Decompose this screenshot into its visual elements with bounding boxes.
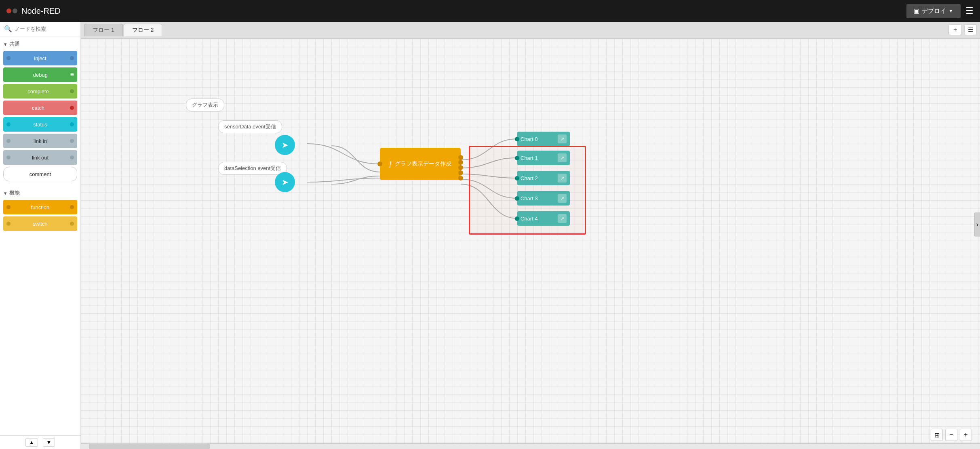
function-node-main[interactable]: f グラフ表示データ作成	[380, 148, 461, 180]
chevron-down-icon: ▾	[4, 41, 7, 47]
comment-node-selection[interactable]: dataSelection event受信	[218, 162, 287, 175]
sidebar-nodes-common: inject debug ≡ complete	[0, 49, 80, 183]
sidebar-down-btn[interactable]: ▼	[43, 438, 55, 447]
inject-node-bottom[interactable]: ➤	[275, 172, 295, 192]
deploy-button[interactable]: ▣ デプロイ ▼	[906, 4, 961, 18]
chart2-label: Chart 2	[521, 175, 538, 181]
app-title: Node-RED	[21, 6, 61, 16]
complete-label: complete	[6, 88, 70, 94]
tab-flow1[interactable]: フロー 1	[84, 24, 123, 36]
sensor-comment-label: sensorData event受信	[224, 124, 276, 130]
chart3-left-port	[515, 196, 519, 201]
comment-node-graph[interactable]: グラフ表示	[186, 99, 224, 111]
canvas[interactable]: グラフ表示 sensorData event受信 dataSelection e…	[81, 39, 980, 443]
tab-bar: フロー 1 フロー 2 ＋ ☰	[81, 22, 980, 39]
section-function-label: 機能	[9, 189, 20, 197]
linkout-left-port	[6, 155, 11, 159]
topbar-right: ▣ デプロイ ▼ ☰	[906, 4, 974, 18]
complete-right-port	[70, 89, 74, 93]
section-function: ▾ 機能 function switch	[0, 185, 80, 235]
section-function-header[interactable]: ▾ 機能	[0, 188, 80, 198]
sidebar: 🔍 ▾ 共通 inject	[0, 22, 81, 449]
comment-label: comment	[7, 171, 74, 177]
right-panel-icon: ›	[976, 221, 978, 228]
add-flow-button[interactable]: ＋	[948, 24, 962, 35]
status-left-port	[6, 122, 11, 126]
chart-node-1[interactable]: Chart 1 ↗	[517, 151, 570, 165]
search-icon: 🔍	[4, 25, 12, 33]
search-input[interactable]	[15, 26, 76, 32]
layout-toggle-button[interactable]: ⊞	[931, 429, 943, 441]
chart-node-4[interactable]: Chart 4 ↗	[517, 211, 570, 226]
chart3-label: Chart 3	[521, 195, 538, 201]
sidebar-item-inject[interactable]: inject	[3, 51, 77, 65]
switch-right-port	[70, 222, 74, 226]
chart0-label: Chart 0	[521, 136, 538, 142]
function-right-port	[70, 205, 74, 209]
comment-node-sensor[interactable]: sensorData event受信	[218, 120, 282, 133]
sidebar-item-linkin[interactable]: link in	[3, 134, 77, 148]
switch-label: switch	[11, 221, 70, 227]
top-right-controls: ＋ ☰	[948, 24, 977, 35]
topbar-left: Node-RED	[6, 6, 61, 16]
sidebar-up-btn[interactable]: ▲	[25, 438, 38, 447]
sidebar-item-comment[interactable]: comment	[3, 167, 77, 181]
chart4-label: Chart 4	[521, 216, 538, 222]
send-icon-bottom: ➤	[282, 177, 289, 187]
sidebar-item-switch[interactable]: switch	[3, 216, 77, 231]
func-port-r5	[458, 176, 463, 180]
linkin-right-port	[70, 139, 74, 143]
func-node-left-port	[377, 162, 382, 166]
status-right-port	[70, 122, 74, 126]
sidebar-item-linkout[interactable]: link out	[3, 150, 77, 165]
function-label: function	[11, 204, 70, 210]
chart3-icon: ↗	[558, 194, 567, 203]
func-port-r1	[458, 155, 463, 160]
search-box: 🔍	[0, 22, 80, 36]
send-icon-top: ➤	[282, 140, 289, 150]
topbar: Node-RED ▣ デプロイ ▼ ☰	[0, 0, 980, 22]
sidebar-item-function[interactable]: function	[3, 200, 77, 214]
sidebar-item-status[interactable]: status	[3, 117, 77, 132]
chart-node-3[interactable]: Chart 3 ↗	[517, 191, 570, 206]
func-node-label: グラフ表示データ作成	[395, 160, 451, 168]
linkout-right-port	[70, 155, 74, 159]
right-panel-toggle[interactable]: ›	[974, 212, 980, 237]
chart-node-0[interactable]: Chart 0 ↗	[517, 132, 570, 146]
inject-node-top[interactable]: ➤	[275, 135, 295, 155]
linkin-left-port	[6, 139, 11, 143]
debug-left-port	[6, 73, 11, 77]
deploy-label: デプロイ	[922, 7, 946, 15]
function-left-port	[6, 205, 11, 209]
linkout-label: link out	[11, 155, 70, 161]
chart-node-2[interactable]: Chart 2 ↗	[517, 171, 570, 185]
flow-list-button[interactable]: ☰	[964, 24, 977, 35]
func-port-r4	[458, 170, 463, 175]
logo-dot-dark	[13, 8, 17, 13]
tab-flow2[interactable]: フロー 2	[124, 24, 162, 36]
func-port-r2	[458, 160, 463, 165]
selection-comment-label: dataSelection event受信	[224, 165, 281, 171]
logo-dot-red	[6, 8, 11, 13]
zoom-out-button[interactable]: −	[945, 429, 957, 441]
status-label: status	[11, 122, 70, 128]
zoom-in-button[interactable]: +	[960, 429, 972, 441]
canvas-bottom-scroll[interactable]	[81, 443, 980, 449]
canvas-controls: ⊞ − +	[931, 429, 972, 441]
deploy-icon: ▣	[914, 7, 919, 15]
sidebar-item-debug[interactable]: debug ≡	[3, 67, 77, 82]
chevron-down-icon-2: ▾	[4, 190, 7, 196]
chart1-left-port	[515, 156, 519, 160]
inject-left-port	[6, 56, 11, 60]
sidebar-item-catch[interactable]: catch	[3, 101, 77, 115]
catch-right-port	[70, 106, 74, 110]
chart1-icon: ↗	[558, 153, 567, 162]
sidebar-item-complete[interactable]: complete	[3, 84, 77, 99]
menu-icon[interactable]: ☰	[965, 6, 974, 16]
debug-icon: ≡	[70, 71, 74, 78]
canvas-wrapper: フロー 1 フロー 2 ＋ ☰	[81, 22, 980, 449]
func-icon: f	[389, 160, 391, 168]
section-common-header[interactable]: ▾ 共通	[0, 39, 80, 49]
sidebar-nodes-function: function switch	[0, 198, 80, 233]
section-common: ▾ 共通 inject debug ≡	[0, 36, 80, 185]
